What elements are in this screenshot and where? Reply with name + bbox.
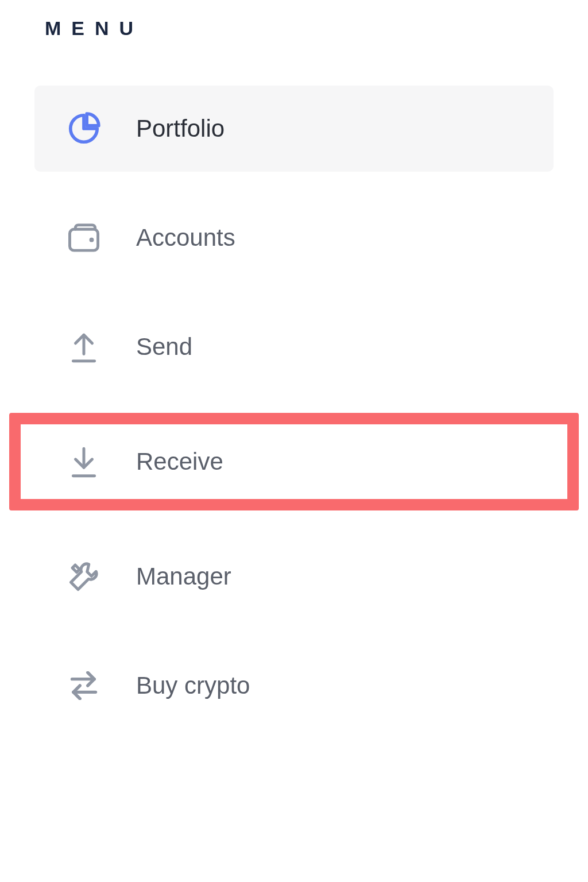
sidebar-item-accounts[interactable]: Accounts <box>34 195 554 281</box>
svg-point-1 <box>91 239 92 241</box>
sidebar: MENU Portfolio Accounts <box>0 0 588 729</box>
sidebar-item-receive[interactable]: Receive <box>21 424 567 499</box>
sidebar-item-label: Send <box>136 333 192 361</box>
sidebar-item-label: Manager <box>136 563 231 590</box>
menu-heading: MENU <box>45 17 554 40</box>
sidebar-item-buy-crypto[interactable]: Buy crypto <box>34 643 554 729</box>
tools-icon <box>66 559 102 594</box>
sidebar-item-label: Portfolio <box>136 115 225 142</box>
exchange-icon <box>66 668 102 703</box>
sidebar-item-send[interactable]: Send <box>34 304 554 390</box>
sidebar-item-portfolio[interactable]: Portfolio <box>34 86 554 172</box>
wallet-icon <box>66 220 102 256</box>
sidebar-item-label: Buy crypto <box>136 672 250 699</box>
download-icon <box>66 444 102 479</box>
sidebar-item-label: Receive <box>136 448 223 475</box>
pie-chart-icon <box>66 111 102 146</box>
sidebar-item-label: Accounts <box>136 224 235 252</box>
highlight-box: Receive <box>9 413 579 510</box>
sidebar-item-manager[interactable]: Manager <box>34 533 554 620</box>
upload-icon <box>66 329 102 365</box>
